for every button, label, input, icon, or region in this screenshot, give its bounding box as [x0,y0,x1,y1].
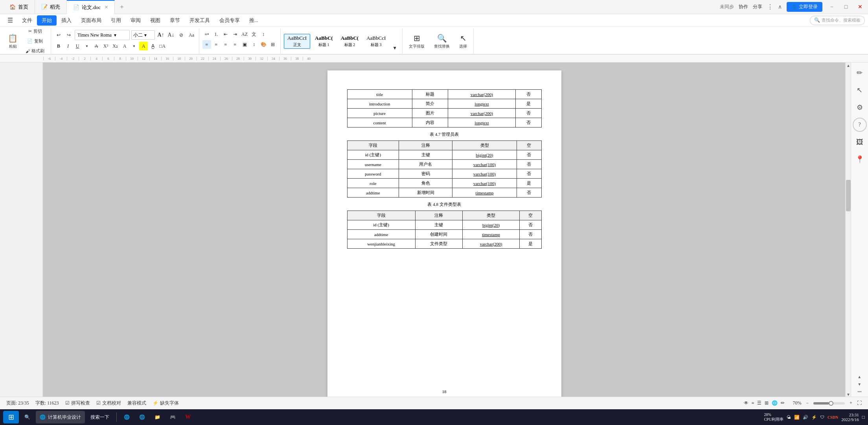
tab-section[interactable]: 章节 [165,15,185,26]
font-size-selector[interactable]: 小二 ▼ [131,30,155,40]
subscript-button[interactable]: X₂ [111,42,120,50]
tab-review[interactable]: 审阅 [126,15,145,26]
hamburger-menu[interactable]: ☰ [3,16,17,25]
minimize-button[interactable]: − [827,2,837,12]
page-view-button[interactable]: ☰ [757,400,761,406]
antivirus-icon[interactable]: 🛡 [820,415,824,419]
fullscreen-button[interactable]: ⛶ [857,400,862,406]
clear-format-button[interactable]: ⊘ [177,31,186,39]
spell-check-status[interactable]: ☑ 拼写检查 [65,400,90,407]
indent-left-button[interactable]: ⇤ [221,30,230,39]
align-right-button[interactable]: ≡ [221,40,230,49]
list-view-button[interactable]: ≡ [752,400,754,406]
scroll-down-button[interactable]: ▼ [846,392,851,397]
chevron-up-icon[interactable]: ∧ [778,4,782,10]
login-button[interactable]: 👤 立即登录 [787,2,822,12]
justify-button[interactable]: ≡ [231,40,239,49]
taskbar-explorer[interactable]: 📁 [151,411,164,423]
tab-member[interactable]: 会员专享 [215,15,245,26]
indent-right-button[interactable]: ⇥ [231,30,239,39]
notification-button[interactable]: □ [862,414,865,420]
scroll-thumb[interactable] [846,180,851,211]
redo-button[interactable]: ↪ [64,31,73,39]
format-painter-button[interactable]: 🖌 格式刷 [22,46,48,55]
tab-close-icon[interactable]: ✕ [105,5,108,10]
close-button[interactable]: ✕ [855,2,865,12]
select-button[interactable]: ↖ 选择 [456,32,470,51]
font-increase-button[interactable]: A↑ [156,31,165,39]
style-heading2[interactable]: AaBbC( 标题 2 [338,34,362,48]
taskbar-app1[interactable]: 🎮 [166,411,180,423]
superscript-button[interactable]: X² [101,42,110,50]
battery-icon[interactable]: ⚡ [811,415,817,420]
zoom-thumb[interactable] [829,401,833,406]
tab-add-button[interactable]: + [116,2,127,13]
paste-button[interactable]: 📋 粘贴 [5,32,21,51]
volume-icon[interactable]: 🔊 [803,415,808,420]
doc-check-status[interactable]: ☑ 文档校对 [96,400,121,407]
zoom-out-button[interactable]: − [806,400,809,406]
zoom-in-button[interactable]: + [850,400,852,406]
sort-button[interactable]: AZ [240,30,249,39]
border-button[interactable]: ⊞ [268,40,277,49]
share-button[interactable]: 分享 [753,4,762,10]
font-effects-button[interactable]: Aa [187,31,196,39]
style-normal[interactable]: AaBbCcI 正文 [284,34,310,49]
underline-dropdown[interactable]: ▼ [83,42,91,50]
align-center-button[interactable]: ≡ [212,40,221,49]
tab-push[interactable]: 推... [245,15,263,26]
find-replace-button[interactable]: 🔍 查找替换 [431,32,453,51]
text-layout-button[interactable]: ⊞ 文字排版 [406,32,428,51]
text-shadow-button[interactable]: A̲ [149,42,157,50]
italic-button[interactable]: I [64,42,72,50]
location-tool-button[interactable]: 📍 [853,152,867,166]
font-color-button[interactable]: A [120,42,129,50]
bold-button[interactable]: B [54,42,63,50]
tab-reference[interactable]: 引用 [106,15,126,26]
line-spacing-button[interactable]: ↕ [259,30,268,39]
more-options-button[interactable]: ••• [857,390,862,394]
pen-tool-button[interactable]: ✏ [853,66,867,80]
network-icon[interactable]: 📶 [794,415,800,420]
grid-view-button[interactable]: ⊞ [765,400,769,406]
style-more-button[interactable]: ▼ [390,44,399,52]
align-left-button[interactable]: ≡ [202,40,211,49]
tab-home[interactable]: 🏠 首页 [3,0,35,14]
more-icon[interactable]: ⋮ [767,3,773,11]
maximize-button[interactable]: □ [841,2,851,12]
doc-viewport[interactable]: title 标题 varchar(200) 否 introduction 简介 … [43,63,845,397]
chinese-layout-button[interactable]: 文 [250,30,258,39]
scroll-bottom-button[interactable]: ▼ [857,382,862,386]
taskbar-app-ie1[interactable]: 🌐 计算机毕业设计 [36,411,85,423]
shading-button[interactable]: 🎨 [259,40,268,49]
help-tool-button[interactable]: ? [853,118,867,132]
settings-tool-button[interactable]: ⚙ [853,100,867,115]
cut-button[interactable]: ✂ 剪切 [22,27,48,36]
text-box-button[interactable]: □A [158,42,167,50]
scroll-up-button[interactable]: ▲ [846,63,851,68]
taskbar-search-btn[interactable]: 搜索一下 [86,411,113,423]
tab-file[interactable]: 文件 [17,15,37,26]
taskbar-search[interactable]: 🔍 [20,411,34,423]
tab-start[interactable]: 开始 [37,15,57,26]
column-button[interactable]: ▣ [240,40,249,49]
line-spacing2-button[interactable]: ↕ [250,40,258,49]
compat-mode[interactable]: 兼容模式 [127,400,146,407]
missing-font-status[interactable]: ⚡ 缺失字体 [153,400,179,407]
taskbar-ie3[interactable]: 🌐 [135,411,149,423]
vertical-scrollbar[interactable]: ▲ ▼ [845,63,851,397]
font-color-dropdown[interactable]: ▼ [130,42,138,50]
eye-view-button[interactable]: 👁 [744,400,748,406]
collab-button[interactable]: 协作 [739,4,748,10]
image-tool-button[interactable]: 🖼 [853,135,867,149]
tab-doc[interactable]: 📄 论文.doc ✕ [67,0,115,14]
cursor-tool-button[interactable]: ↖ [853,83,867,97]
bullets-button[interactable]: ≡• [202,30,211,39]
font-name-selector[interactable]: Times New Roma ▼ [75,30,130,40]
style-heading1[interactable]: AaBbC( 标题 1 [312,34,336,48]
taskbar-ie2[interactable]: 🌐 [120,411,134,423]
style-heading3[interactable]: AaBbCcI 标题 3 [363,34,389,48]
zoom-slider[interactable] [813,402,845,405]
tab-page-layout[interactable]: 页面布局 [76,15,106,26]
tab-devtools[interactable]: 开发工具 [185,15,215,26]
